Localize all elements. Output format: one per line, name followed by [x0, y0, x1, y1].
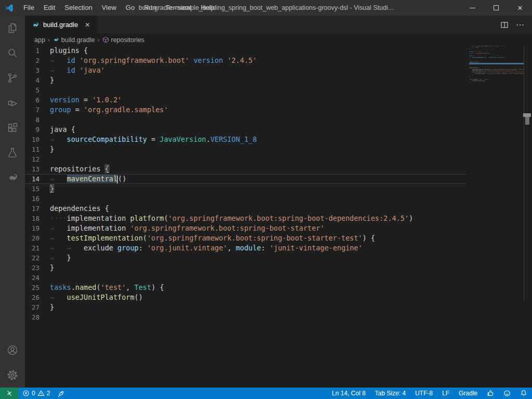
breadcrumb-build-gradle[interactable]: build.gradle	[52, 36, 95, 44]
code-line-19[interactable]: 19→ implementation 'org.springframework.…	[25, 223, 466, 233]
menu-go[interactable]: Go	[121, 0, 139, 16]
breadcrumb-app[interactable]: app	[34, 36, 45, 44]
menu-view[interactable]: View	[97, 0, 121, 16]
code-line-16[interactable]: 16	[25, 194, 466, 204]
line-number: 28	[25, 312, 50, 322]
source-control-icon[interactable]	[0, 65, 25, 90]
code-line-4[interactable]: 4}	[25, 75, 466, 85]
code-token-fg: }	[67, 254, 71, 262]
code-token-fg: implementation	[67, 224, 130, 232]
code-line-10[interactable]: 10→ sourceCompatibility = JavaVersion.VE…	[25, 135, 466, 144]
gradle-file-icon	[52, 36, 59, 43]
tab-build-gradle[interactable]: build.gradle ✕	[25, 16, 98, 34]
menu-file[interactable]: File	[19, 0, 39, 16]
problems-indicator[interactable]: 0 2	[19, 388, 54, 399]
split-editor-icon[interactable]	[498, 18, 511, 32]
line-number: 13	[25, 164, 50, 174]
maximize-icon	[494, 5, 499, 10]
code-line-8[interactable]: 8	[25, 115, 466, 125]
breadcrumb-repositories[interactable]: repositories	[102, 36, 145, 44]
code-line-26[interactable]: 26→ useJUnitPlatform()	[25, 292, 466, 302]
menu-edit[interactable]: Edit	[39, 0, 60, 16]
code-content: }	[50, 263, 54, 273]
code-line-11[interactable]: 11}	[25, 144, 466, 154]
notifications[interactable]	[515, 388, 532, 399]
code-line-28[interactable]: 28	[25, 312, 466, 322]
feedback[interactable]	[499, 388, 515, 399]
code-token-str: 'org.springframework.boot:spring-boot-st…	[130, 224, 324, 232]
title-bar: File Edit Selection View Go Run Terminal…	[0, 0, 532, 16]
code-editor[interactable]: 1plugins {2→ id 'org.springframework.boo…	[25, 46, 532, 388]
feedback-smiley-icon	[503, 390, 511, 397]
settings-gear-icon[interactable]	[0, 363, 25, 388]
code-line-13[interactable]: 13repositories {	[25, 164, 466, 174]
minimize-button[interactable]	[460, 0, 484, 16]
minimap[interactable]: plugins { id 'org.springframework.boot' …	[469, 46, 524, 388]
code-token-fg: ()	[135, 293, 143, 301]
code-content: tasks.named('test', Test) {	[50, 283, 164, 292]
code-line-17[interactable]: 17dependencies {	[25, 204, 466, 214]
code-token-kw: version	[193, 56, 223, 64]
code-token-fn: testImplementation	[67, 234, 143, 242]
code-token-bm: }	[50, 184, 54, 193]
code-line-3[interactable]: 3→ id 'java'	[25, 65, 466, 75]
more-actions-icon[interactable]: ⋯	[513, 18, 527, 32]
code-line-21[interactable]: 21→ → exclude group: 'org.junit.vintage'…	[25, 243, 466, 253]
gradle-icon[interactable]	[0, 165, 25, 190]
indentation[interactable]: Tab Size: 4	[370, 388, 410, 399]
breadcrumb: app › build.gradle › repositories	[25, 34, 532, 46]
code-content: group = 'org.gradle.samples'	[50, 105, 168, 115]
code-token-fg: dependencies {	[50, 204, 109, 212]
close-button[interactable]: ✕	[508, 0, 532, 16]
run-debug-icon[interactable]	[0, 90, 25, 115]
explorer-icon[interactable]	[0, 16, 25, 41]
code-token-fn: named	[75, 283, 97, 291]
tab-close-icon[interactable]: ✕	[82, 20, 92, 30]
code-line-22[interactable]: 22→ }	[25, 253, 466, 263]
line-number: 8	[25, 115, 50, 125]
code-line-25[interactable]: 25tasks.named('test', Test) {	[25, 283, 466, 292]
code-line-1[interactable]: 1plugins {	[25, 46, 466, 56]
code-token-ws: →	[50, 66, 67, 74]
extensions-icon[interactable]	[0, 115, 25, 140]
testing-icon[interactable]	[0, 140, 25, 165]
code-content: java {	[50, 125, 75, 135]
code-line-27[interactable]: 27}	[25, 302, 466, 312]
code-line-23[interactable]: 23}	[25, 263, 466, 273]
code-content: ····implementation platform('org.springf…	[50, 214, 413, 223]
code-line-7[interactable]: 7group = 'org.gradle.samples'	[25, 105, 466, 115]
code-line-12[interactable]: 12	[25, 154, 466, 164]
code-line-20[interactable]: 20→ testImplementation('org.springframew…	[25, 233, 466, 243]
code-line-15[interactable]: 15}	[25, 184, 466, 194]
java-status[interactable]	[54, 388, 68, 399]
java-ready-indicator[interactable]	[482, 388, 499, 399]
code-token-var: sourceCompatibility	[67, 135, 147, 143]
code-token-fg: implementation	[67, 214, 130, 222]
code-content: }	[50, 144, 54, 154]
code-line-5[interactable]: 5	[25, 85, 466, 95]
line-number: 7	[25, 105, 50, 115]
line-number: 1	[25, 46, 50, 56]
code-token-fg	[75, 66, 79, 74]
bell-icon	[520, 390, 527, 397]
minimap-current-line-band	[469, 63, 524, 64]
account-icon[interactable]	[0, 338, 25, 363]
search-icon[interactable]	[0, 41, 25, 65]
maximize-button[interactable]	[484, 0, 508, 16]
encoding[interactable]: UTF-8	[410, 388, 437, 399]
code-line-9[interactable]: 9java {	[25, 125, 466, 135]
code-content: }	[50, 184, 54, 194]
code-line-14[interactable]: 14→ mavenCentral()	[25, 174, 466, 184]
code-line-6[interactable]: 6version = '1.0.2'	[25, 95, 466, 105]
code-token-fg: }	[50, 303, 54, 311]
code-line-18[interactable]: 18····implementation platform('org.sprin…	[25, 214, 466, 223]
code-line-2[interactable]: 2→ id 'org.springframework.boot' version…	[25, 56, 466, 65]
menu-selection[interactable]: Selection	[60, 0, 97, 16]
remote-indicator[interactable]	[0, 388, 19, 399]
eol-sequence[interactable]: LF	[437, 388, 454, 399]
code-content: → → exclude group: 'org.junit.vintage', …	[50, 243, 363, 253]
code-line-24[interactable]: 24	[25, 273, 466, 283]
language-mode[interactable]: Gradle	[454, 388, 482, 399]
status-bar: 0 2 Ln 14, Col 8 Tab Size: 4 UTF-8 LF Gr…	[0, 388, 532, 399]
cursor-position[interactable]: Ln 14, Col 8	[327, 388, 370, 399]
